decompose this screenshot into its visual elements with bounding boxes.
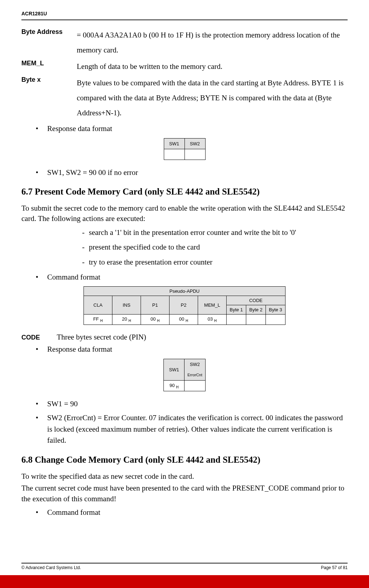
bullet-sw2-errorcnt: • SW2 (ErrorCnt) = Error Counter. 07 ind…	[36, 412, 348, 446]
header-divider	[21, 19, 348, 20]
th-byte1: Byte 1	[227, 305, 246, 315]
bullet-text: Response data format	[47, 344, 112, 355]
sw-table-1: SW1SW2	[164, 138, 206, 160]
dash-icon: -	[82, 241, 85, 254]
td-byte3	[266, 315, 285, 325]
definition-byte-x: Byte x Byte values to be compared with t…	[21, 75, 348, 120]
td-sw1-val: 90 H	[164, 380, 184, 391]
section-6-8-p2: The current secret code must have been p…	[21, 483, 348, 504]
th-p1: P1	[141, 296, 170, 315]
dash-text: search a '1' bit in the presentation err…	[89, 226, 296, 239]
dash-item-3: -try to erase the presentation error cou…	[82, 256, 348, 269]
td-byte1	[227, 315, 246, 325]
th-sw1: SW1	[164, 359, 184, 380]
def-label: Byte Address	[21, 27, 77, 57]
td-empty	[164, 149, 184, 160]
td-sw2-val	[184, 380, 206, 391]
bullet-icon: •	[36, 123, 38, 135]
bullet-icon: •	[36, 272, 38, 283]
definition-mem-l: MEM_L Length of data to be written to th…	[21, 59, 348, 74]
th-sw1: SW1	[164, 138, 184, 149]
td-meml: 03 H	[198, 315, 227, 325]
code-text: Three bytes secret code (PIN)	[57, 333, 146, 341]
th-p2: P2	[170, 296, 198, 315]
bullet-text: Command format	[47, 272, 100, 283]
bullet-text: Command format	[47, 507, 100, 518]
section-6-8-heading: 6.8 Change Code Memory Card (only SLE 44…	[21, 455, 348, 465]
bullet-sw1-90: • SW1 = 90	[36, 398, 348, 410]
bullet-icon: •	[36, 167, 38, 179]
th-meml: MEM_L	[198, 296, 227, 315]
td-p1: 00 H	[141, 315, 170, 325]
bullet-icon: •	[36, 507, 38, 518]
th-errorcnt: ErrorCnt	[184, 370, 206, 380]
td-empty	[184, 149, 205, 160]
def-label: Byte x	[21, 75, 77, 120]
section-6-7-intro: To submit the secret code to the memory …	[21, 203, 348, 224]
th-code: CODE	[227, 296, 285, 305]
bullet-command-format-2: • Command format	[36, 507, 348, 518]
dash-text: present the specified code to the card	[89, 241, 200, 254]
th-byte3: Byte 3	[266, 305, 285, 315]
dash-item-1: -search a '1' bit in the presentation er…	[82, 226, 348, 239]
def-text: Byte values to be compared with the data…	[77, 75, 348, 120]
bullet-command-format: • Command format	[36, 272, 348, 283]
th-pseudo-apdu: Pseudo-APDU	[84, 287, 285, 296]
footer-page-number: Page 57 of 81	[321, 565, 348, 570]
th-sw2: SW2	[184, 138, 205, 149]
footer-row: © Advanced Card Systems Ltd. Page 57 of …	[21, 565, 348, 570]
footer-red-bar	[0, 575, 369, 588]
dash-text: try to erase the presentation error coun…	[89, 256, 212, 269]
bullet-text: Response data format	[47, 123, 112, 135]
bullet-sw-description: • SW1, SW2 = 90 00 if no error	[36, 167, 348, 179]
dash-item-2: -present the specified code to the card	[82, 241, 348, 254]
section-6-8-p1: To write the specified data as new secre…	[21, 471, 348, 482]
sw-table-2: SW1 SW2 ErrorCnt 90 H	[163, 359, 206, 391]
pseudo-apdu-table: Pseudo-APDU CLA INS P1 P2 MEM_L CODE Byt…	[84, 286, 285, 325]
th-byte2: Byte 2	[246, 305, 266, 315]
th-ins: INS	[112, 296, 141, 315]
code-label: CODE	[21, 334, 40, 341]
bullet-response-format-1: • Response data format	[36, 123, 348, 135]
td-cla: FF H	[84, 315, 112, 325]
dash-icon: -	[82, 226, 85, 239]
def-text: = 000A4 A3A2A1A0 b (00 H to 1F H) is the…	[77, 27, 348, 57]
def-text: Length of data to be written to the memo…	[77, 59, 348, 74]
bullet-text: SW1 = 90	[47, 398, 77, 410]
footer-copyright: © Advanced Card Systems Ltd.	[21, 565, 81, 570]
bullet-text: SW1, SW2 = 90 00 if no error	[47, 167, 138, 179]
td-ins: 20 H	[112, 315, 141, 325]
bullet-icon: •	[36, 398, 38, 410]
dash-icon: -	[82, 256, 85, 269]
code-definition: CODE Three bytes secret code (PIN)	[21, 332, 348, 342]
bullet-response-format-2: • Response data format	[36, 344, 348, 355]
td-byte2	[246, 315, 266, 325]
th-cla: CLA	[84, 296, 112, 315]
section-6-7-heading: 6.7 Present Code Memory Card (only SLE 4…	[21, 187, 348, 197]
def-label: MEM_L	[21, 59, 77, 74]
definition-byte-address: Byte Address = 000A4 A3A2A1A0 b (00 H to…	[21, 27, 348, 57]
bullet-icon: •	[36, 412, 38, 424]
footer-divider	[21, 563, 348, 564]
document-id: ACR1281U	[21, 11, 348, 16]
bullet-icon: •	[36, 344, 38, 355]
th-sw2: SW2	[184, 359, 206, 370]
bullet-text: SW2 (ErrorCnt) = Error Counter. 07 indic…	[47, 412, 348, 446]
td-p2: 00 H	[170, 315, 198, 325]
